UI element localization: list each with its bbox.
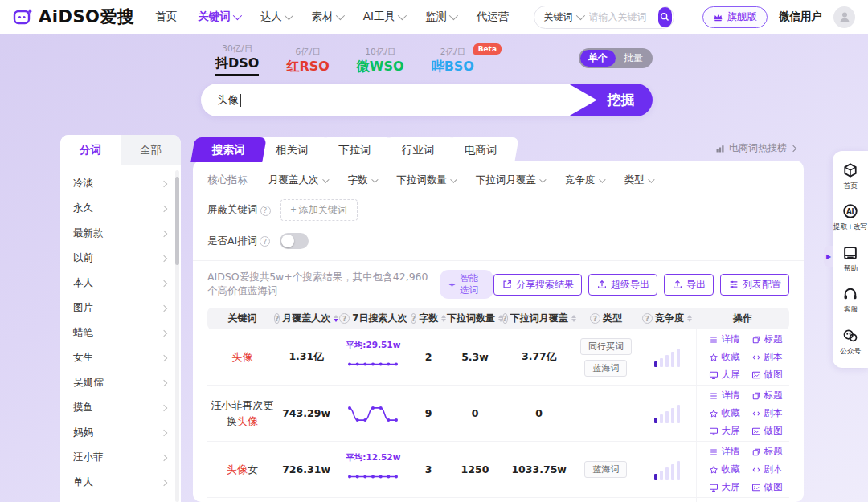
cell-keyword[interactable]: 头像女 xyxy=(207,462,277,478)
filter-dropdown-5[interactable]: 类型 xyxy=(624,173,653,187)
toolbar-item-book[interactable]: 帮助 xyxy=(842,245,858,272)
row-action-star[interactable]: 收藏 xyxy=(709,407,740,419)
row-action-star[interactable]: 收藏 xyxy=(709,463,740,475)
row-action-detail[interactable]: 详情 xyxy=(709,446,740,458)
add-keyword-button[interactable]: + 添加关键词 xyxy=(280,199,358,221)
search-query-text[interactable]: 头像 xyxy=(217,93,239,108)
ai-sort-toggle[interactable] xyxy=(280,233,309,249)
nav-item-0[interactable]: 首页 xyxy=(155,10,177,24)
hot-rank-link[interactable]: 电商词热搜榜 xyxy=(715,141,796,155)
sidebar-word-item[interactable]: 女生 xyxy=(60,345,181,370)
nav-item-4[interactable]: AI工具 xyxy=(363,10,404,24)
sidebar-word-item[interactable]: 最新款 xyxy=(60,221,181,246)
header-search-input[interactable] xyxy=(589,11,658,22)
help-icon[interactable] xyxy=(260,236,270,247)
column-header-7[interactable]: 竞争度 xyxy=(638,312,696,325)
sidebar-word-item[interactable]: 吴姗儒 xyxy=(60,370,181,395)
cell-keyword[interactable]: 头像 xyxy=(207,349,277,365)
nav-item-5[interactable]: 监测 xyxy=(425,10,456,24)
result-action-button-0[interactable]: 分享搜索结果 xyxy=(493,274,582,296)
app-logo[interactable]: AiDSO爱搜 xyxy=(13,6,134,28)
header-search-button[interactable] xyxy=(658,7,672,27)
sidebar-scrollbar-thumb[interactable] xyxy=(175,177,179,265)
keyword-search-bar[interactable]: 头像 挖掘 xyxy=(201,84,653,116)
cell-type: 蓝海词 xyxy=(574,461,638,478)
row-action-detail[interactable]: 详情 xyxy=(709,333,740,345)
mode-toggle[interactable]: 单个批量 xyxy=(579,48,653,68)
row-action-image[interactable]: 做图 xyxy=(751,425,783,437)
result-action-button-2[interactable]: 导出 xyxy=(664,274,714,296)
result-action-button-1[interactable]: 超级导出 xyxy=(588,274,657,296)
row-action-title[interactable]: 标题 xyxy=(751,390,783,402)
sidebar-word-item[interactable]: 图片 xyxy=(60,296,181,320)
sort-icon[interactable] xyxy=(687,315,692,322)
sidebar-word-item[interactable]: 妈妈 xyxy=(60,420,181,445)
filter-dropdown-4[interactable]: 竞争度 xyxy=(565,173,604,187)
row-action-screen[interactable]: 大屏 xyxy=(709,425,740,437)
content-tab-4[interactable]: 电商词 xyxy=(443,137,518,162)
smart-pick-button[interactable]: 智能选词 xyxy=(440,270,493,299)
sidebar-word-item[interactable]: 以前 xyxy=(60,246,181,271)
avatar[interactable] xyxy=(833,6,855,28)
nav-item-1[interactable]: 关键词 xyxy=(198,10,240,24)
help-icon[interactable] xyxy=(642,313,653,324)
dig-button[interactable]: 挖掘 xyxy=(568,84,653,116)
filter-dropdown-2[interactable]: 下拉词数量 xyxy=(397,173,456,187)
cell-keyword[interactable]: 汪小菲再次更换头像 xyxy=(207,398,277,429)
sidebar-word-item[interactable]: 永久 xyxy=(60,196,181,221)
row-action-code[interactable]: 剧本 xyxy=(751,351,783,363)
plan-badge[interactable]: 旗舰版 xyxy=(702,6,768,28)
toolbar-item-wechat[interactable]: 公众号 xyxy=(839,328,862,355)
row-action-star[interactable]: 收藏 xyxy=(709,351,740,363)
platform-tab-0[interactable]: 30亿/日抖DSO xyxy=(215,43,259,76)
platform-tab-3[interactable]: 2亿/日哔BSOBeta xyxy=(432,47,474,76)
help-icon[interactable] xyxy=(590,313,600,324)
row-action-code[interactable]: 剧本 xyxy=(751,407,783,419)
row-action-detail[interactable]: 详情 xyxy=(709,390,740,402)
help-icon[interactable] xyxy=(502,313,508,324)
result-action-button-3[interactable]: 列表配置 xyxy=(720,274,789,296)
column-header-3[interactable]: 字数 xyxy=(411,312,445,325)
help-icon[interactable] xyxy=(274,313,280,324)
mode-option-inactive[interactable]: 批量 xyxy=(616,50,651,67)
toolbar-item-cube[interactable]: 首页 xyxy=(842,162,858,190)
nav-item-6[interactable]: 代运营 xyxy=(477,10,510,24)
sidebar-word-item[interactable]: 摸鱼 xyxy=(60,395,181,420)
search-category-dropdown[interactable]: 关键词 xyxy=(544,10,583,24)
row-action-image[interactable]: 做图 xyxy=(751,481,783,493)
header-search[interactable]: 关键词 xyxy=(534,6,674,29)
row-action-screen[interactable]: 大屏 xyxy=(709,369,740,381)
column-header-1[interactable]: 月覆盖人次 xyxy=(277,312,335,325)
column-header-5[interactable]: 下拉词月覆盖 xyxy=(504,312,574,325)
row-action-title[interactable]: 标题 xyxy=(751,446,783,458)
help-icon[interactable] xyxy=(339,313,350,324)
sidebar-word-item[interactable]: 冷淡 xyxy=(60,171,181,196)
sidebar-word-item[interactable]: 汪小菲 xyxy=(60,445,181,470)
sidebar-word-item[interactable]: 本人 xyxy=(60,271,181,296)
row-action-title[interactable]: 标题 xyxy=(751,333,783,345)
platform-tab-2[interactable]: 10亿/日微WSO xyxy=(357,47,404,76)
sidebar-word-item[interactable]: 单人 xyxy=(60,470,181,495)
sidebar-tab-0[interactable]: 分词 xyxy=(60,135,121,165)
toolbar-item-headset[interactable]: 客服 xyxy=(842,286,858,313)
column-header-4[interactable]: 下拉词数量 xyxy=(446,312,504,325)
content-tab-0[interactable]: 搜索词 xyxy=(190,137,266,162)
help-icon[interactable] xyxy=(411,313,416,324)
filter-dropdown-0[interactable]: 月覆盖人次 xyxy=(268,173,327,187)
filter-dropdown-1[interactable]: 字数 xyxy=(348,173,376,187)
user-name[interactable]: 微信用户 xyxy=(779,10,822,24)
row-action-code[interactable]: 剧本 xyxy=(751,463,783,475)
nav-item-3[interactable]: 素材 xyxy=(312,10,342,24)
filter-dropdown-3[interactable]: 下拉词月覆盖 xyxy=(476,173,544,187)
toolbar-item-ai[interactable]: AI提取+改写 xyxy=(832,203,868,231)
action-label: 标题 xyxy=(764,390,783,402)
collapse-arrow[interactable]: ▶ xyxy=(824,246,833,267)
sidebar-word-item[interactable]: 蜡笔 xyxy=(60,320,181,345)
mode-option-active[interactable]: 单个 xyxy=(580,50,616,67)
row-action-image[interactable]: 做图 xyxy=(751,369,783,381)
row-action-screen[interactable]: 大屏 xyxy=(709,481,740,493)
platform-tab-1[interactable]: 6亿/日红RSO xyxy=(286,47,329,76)
help-icon[interactable] xyxy=(260,206,271,216)
nav-item-2[interactable]: 达人 xyxy=(260,10,291,24)
sidebar-tab-1[interactable]: 全部 xyxy=(121,135,181,165)
